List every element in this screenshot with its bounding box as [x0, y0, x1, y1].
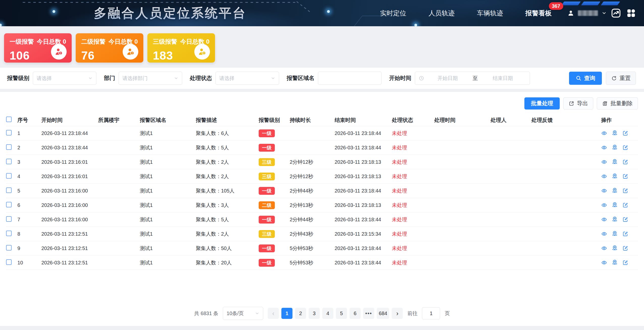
filter-dept-select[interactable]: 请选择部门: [119, 72, 182, 85]
pager-ellipsis[interactable]: •••: [363, 308, 374, 319]
locate-pin-icon[interactable]: [611, 216, 618, 223]
status-text: 未处理: [392, 260, 407, 265]
row-checkbox[interactable]: [6, 187, 12, 193]
row-start-time: 2026-03-11 23:16:00: [41, 217, 98, 223]
header-dashed-line: [23, 2, 295, 3]
nav-item-3[interactable]: 车辆轨迹: [477, 9, 503, 18]
batch-process-button[interactable]: 批量处理: [524, 97, 560, 109]
row-area: 测试1: [140, 202, 196, 209]
edit-icon[interactable]: [622, 188, 628, 194]
page-button-5[interactable]: 5: [336, 308, 347, 319]
alarm-stat-cards: 一级报警今日总数 0106二级报警今日总数 076三级报警今日总数 0183: [0, 26, 644, 68]
status-text: 未处理: [392, 217, 407, 222]
page-button-1[interactable]: 1: [281, 308, 292, 319]
locate-pin-icon[interactable]: [611, 159, 618, 165]
row-checkbox[interactable]: [6, 173, 12, 179]
edit-icon[interactable]: [622, 145, 628, 151]
monitor-trend-button[interactable]: [610, 7, 622, 19]
edit-icon[interactable]: [622, 130, 628, 136]
locate-pin-icon[interactable]: [611, 245, 618, 252]
export-button[interactable]: 导出: [563, 97, 593, 109]
edit-icon[interactable]: [622, 260, 628, 266]
view-eye-icon[interactable]: [601, 231, 607, 237]
view-eye-icon[interactable]: [601, 202, 607, 208]
view-eye-icon[interactable]: [601, 145, 607, 151]
page-size-select[interactable]: 10条/页: [223, 307, 263, 320]
view-eye-icon[interactable]: [601, 173, 607, 179]
row-checkbox[interactable]: [6, 216, 12, 222]
row-checkbox[interactable]: [6, 144, 12, 150]
locate-pin-icon[interactable]: [611, 144, 618, 151]
edit-icon[interactable]: [622, 245, 628, 251]
chevron-down-icon[interactable]: [602, 11, 607, 16]
table-row: 22026-03-11 23:18:44测试1聚集人数：5人一级2026-03-…: [6, 141, 638, 155]
view-eye-icon[interactable]: [601, 159, 607, 165]
row-status-cell: 未处理: [392, 216, 434, 223]
refresh-icon: [611, 75, 617, 81]
table-row: 102026-03-11 23:12:51测试1聚集人数：20人一级5分钟53秒…: [6, 256, 638, 270]
view-eye-icon[interactable]: [601, 260, 607, 266]
page-button-4[interactable]: 4: [322, 308, 333, 319]
column-header: 处理人: [491, 117, 531, 124]
row-checkbox[interactable]: [6, 159, 12, 164]
row-start-time: 2026-03-11 23:12:51: [41, 231, 98, 237]
edit-icon[interactable]: [622, 216, 628, 223]
row-checkbox[interactable]: [6, 245, 12, 251]
date-range-picker[interactable]: 开始日期 至 结束日期: [415, 72, 530, 85]
row-duration: 2分钟12秒: [290, 173, 335, 180]
alarm-level-badge: 一级: [259, 259, 275, 267]
nav-item-1[interactable]: 实时定位: [380, 9, 406, 18]
edit-icon[interactable]: [622, 159, 628, 165]
nav-item-4[interactable]: 报警看板367: [525, 9, 552, 18]
view-eye-icon[interactable]: [601, 188, 607, 194]
row-duration: 2分钟13秒: [290, 202, 335, 209]
row-checkbox[interactable]: [6, 202, 12, 207]
locate-pin-icon[interactable]: [611, 231, 618, 237]
view-eye-icon[interactable]: [601, 130, 607, 136]
prev-page-button[interactable]: ‹: [268, 308, 279, 319]
batch-delete-button[interactable]: 批量删除: [597, 97, 638, 109]
page-size-value: 10条/页: [227, 310, 244, 317]
filter-status-select[interactable]: 请选择: [216, 72, 279, 85]
search-button[interactable]: 查询: [569, 72, 602, 85]
filter-status-label: 处理状态: [190, 74, 212, 82]
search-button-label: 查询: [584, 74, 595, 82]
alarm-card-label: 三级报警: [153, 38, 177, 46]
view-eye-icon[interactable]: [601, 216, 607, 223]
next-page-button[interactable]: ›: [392, 308, 403, 319]
apps-grid-button[interactable]: [625, 7, 637, 19]
reset-button[interactable]: 重置: [606, 72, 636, 85]
row-start-time: 2026-03-11 23:18:44: [41, 130, 98, 136]
row-checkbox[interactable]: [6, 130, 12, 135]
filter-level-select[interactable]: 请选择: [33, 72, 96, 85]
page-button-684[interactable]: 684: [377, 308, 389, 319]
page-button-3[interactable]: 3: [309, 308, 320, 319]
row-checkbox[interactable]: [6, 231, 12, 236]
glow-dot: [414, 24, 417, 26]
edit-icon[interactable]: [622, 173, 628, 179]
select-all-checkbox[interactable]: [6, 117, 12, 122]
user-area[interactable]: [567, 7, 637, 19]
row-no: 3: [17, 159, 41, 165]
row-end-time: 2026-03-11 23:18:44: [335, 245, 392, 251]
nav-item-2[interactable]: 人员轨迹: [428, 9, 455, 18]
goto-page-input[interactable]: [422, 307, 440, 319]
alarm-area-input[interactable]: [318, 72, 382, 85]
locate-pin-icon[interactable]: [611, 259, 618, 266]
page-button-6[interactable]: 6: [350, 308, 361, 319]
row-area: 测试1: [140, 245, 196, 252]
locate-pin-icon[interactable]: [611, 130, 618, 136]
locate-pin-icon[interactable]: [611, 173, 618, 180]
nav-alarm-badge: 367: [549, 2, 563, 10]
reset-button-label: 重置: [620, 74, 631, 82]
row-no: 5: [17, 188, 41, 194]
locate-pin-icon[interactable]: [611, 187, 618, 194]
page-button-2[interactable]: 2: [295, 308, 306, 319]
locate-pin-icon[interactable]: [611, 202, 618, 208]
clock-icon: [419, 75, 424, 81]
edit-icon[interactable]: [622, 202, 628, 208]
row-checkbox[interactable]: [6, 259, 12, 265]
view-eye-icon[interactable]: [601, 245, 607, 251]
row-actions-cell: [601, 202, 638, 208]
edit-icon[interactable]: [622, 231, 628, 237]
